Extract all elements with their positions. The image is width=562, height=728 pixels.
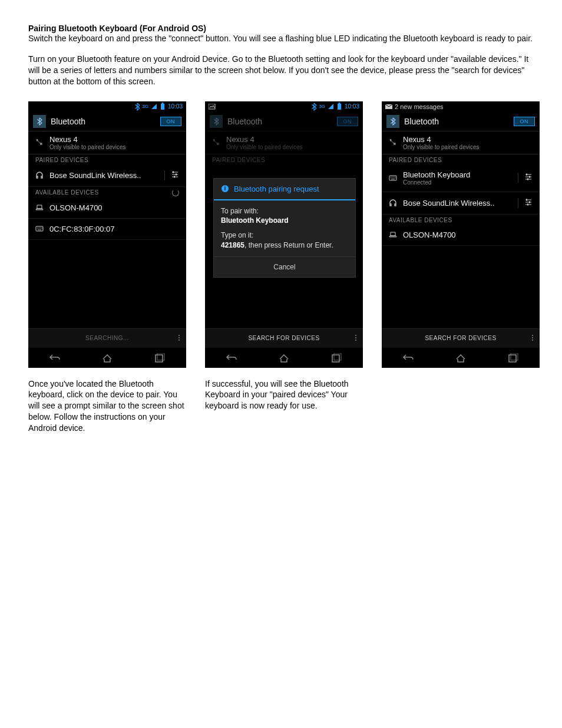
scanning-spinner-icon [172,189,179,196]
searching-label: SEARCHING... [85,335,129,341]
nav-bar [382,348,540,368]
device-settings-icon[interactable] [518,173,533,183]
bluetooth-toggle[interactable]: ON [160,117,182,126]
paired-device-row[interactable]: Bose SoundLink Wireless.. [28,164,186,187]
screenshots-row: 3G 10:03 Bluetooth ON Nexus 4 Only visib… [28,101,534,434]
device-settings-icon[interactable] [164,170,179,180]
battery-icon [160,103,166,110]
available-header-label: AVAILABLE DEVICES [35,189,99,196]
my-device-row[interactable]: Nexus 4 Only visible to paired devices [382,131,540,154]
nav-home-icon[interactable] [101,353,113,363]
bluetooth-toggle[interactable]: ON [514,117,535,126]
nav-recent-icon[interactable] [507,353,519,363]
caption-1: Once you've located the Bluetooth keyboa… [28,378,186,434]
cancel-button[interactable]: Cancel [214,256,355,277]
paired-header-label: PAIRED DEVICES [35,157,88,163]
bluetooth-status-icon [310,103,316,111]
nav-back-icon[interactable] [402,354,414,362]
my-device-name: Nexus 4 [403,135,480,144]
available-header: AVAILABLE DEVICES [382,215,540,225]
paired-header: PAIRED DEVICES [28,154,186,164]
my-device-name: Nexus 4 [226,135,303,144]
paired-header: PAIRED DEVICES [382,154,540,164]
dialog-header: Bluetooth pairing request [214,179,355,200]
available-device-row[interactable]: OLSON-M4700 [28,197,186,219]
pair-with-device: Bluetooth Keyboard [221,216,289,225]
search-devices-button[interactable]: SEARCH FOR DEVICES [205,328,363,348]
picture-status-icon [209,104,216,110]
pairing-dialog-wrapper: Bluetooth pairing request To pair with: … [213,178,355,278]
paired-header: PAIRED DEVICES [205,154,363,164]
screenshot-2: 3G 10:03 Bluetooth ON Nexus 4 Only visib… [205,101,363,368]
status-bar: 3G 10:03 [205,101,363,112]
clock: 10:03 [168,103,183,110]
screenshot-1: 3G 10:03 Bluetooth ON Nexus 4 Only visib… [28,101,186,368]
signal-icon [151,103,157,110]
phone-icon [389,139,397,147]
overflow-menu-icon[interactable] [531,334,534,342]
mail-status-icon [385,104,392,110]
overflow-menu-icon[interactable] [355,334,357,342]
bluetooth-toggle: ON [337,117,359,126]
search-label: SEARCH FOR DEVICES [425,335,496,341]
nav-recent-icon[interactable] [154,353,166,363]
paired-device-row[interactable]: Bose SoundLink Wireless.. [382,192,540,215]
device-label: Bluetooth Keyboard Connected [403,170,518,186]
device-label: Bose SoundLink Wireless.. [49,171,164,180]
my-device-sub: Only visible to paired devices [403,144,480,150]
heading-text: Pairing Bluetooth Keyboard (For Android … [28,24,206,33]
phone-icon [35,139,44,147]
info-icon [221,185,229,193]
screen-title: Bluetooth [404,117,514,126]
screen-title: Bluetooth [227,117,337,126]
searching-footer: SEARCHING... [28,328,186,348]
bluetooth-app-icon [210,115,223,128]
available-device-row[interactable]: OLSON-M4700 [382,225,540,246]
pairing-pin: 421865 [221,241,244,249]
battery-icon [336,103,342,110]
available-device-row[interactable]: 0C:FC:83:0F:00:07 [28,219,186,240]
pin-suffix: , then press Return or Enter. [244,241,333,249]
my-device-sub: Only visible to paired devices [226,144,303,150]
nav-bar [205,348,363,368]
paired-header-label: PAIRED DEVICES [212,157,265,163]
my-device-name: Nexus 4 [49,135,126,144]
screen-title: Bluetooth [51,117,160,126]
status-bar: 2 new messages [382,101,540,112]
paired-device-row[interactable]: Bluetooth Keyboard Connected [382,164,540,192]
nav-recent-icon[interactable] [330,353,342,363]
my-device-row: Nexus 4 Only visible to paired devices [205,131,363,154]
nav-back-icon[interactable] [49,354,61,362]
nav-home-icon[interactable] [278,353,290,363]
title-bar: Bluetooth ON [28,112,186,131]
device-label: 0C:FC:83:0F:00:07 [49,225,179,233]
network-3g-icon: 3G [319,104,325,109]
search-label: SEARCH FOR DEVICES [248,335,319,341]
headphones-icon [35,171,44,179]
paired-header-label: PAIRED DEVICES [389,157,442,163]
overflow-menu-icon[interactable] [178,334,180,342]
nav-bar [28,348,186,368]
status-bar: 3G 10:03 [28,101,186,112]
pair-with-label: To pair with: [221,206,348,216]
bluetooth-app-icon [33,115,46,128]
search-devices-button[interactable]: SEARCH FOR DEVICES [382,328,540,348]
keyboard-icon [389,174,397,182]
keyboard-icon [35,225,44,233]
device-settings-icon[interactable] [518,198,533,208]
available-header: AVAILABLE DEVICES [28,187,186,197]
device-name: Bluetooth Keyboard [403,170,470,179]
network-3g-icon: 3G [142,104,148,109]
clock: 10:03 [345,103,359,110]
page-title: Pairing Bluetooth Keyboard (For Android … [28,24,534,33]
title-bar: Bluetooth ON [205,112,363,131]
nav-back-icon[interactable] [226,354,237,362]
available-header-label: AVAILABLE DEVICES [389,217,452,223]
device-label: OLSON-M4700 [403,230,533,239]
my-device-row[interactable]: Nexus 4 Only visible to paired devices [28,131,186,154]
bluetooth-app-icon [386,115,399,128]
laptop-icon [35,203,44,212]
nav-home-icon[interactable] [455,353,467,363]
my-device-sub: Only visible to paired devices [49,144,126,150]
type-on-label: Type on it: [221,230,348,241]
